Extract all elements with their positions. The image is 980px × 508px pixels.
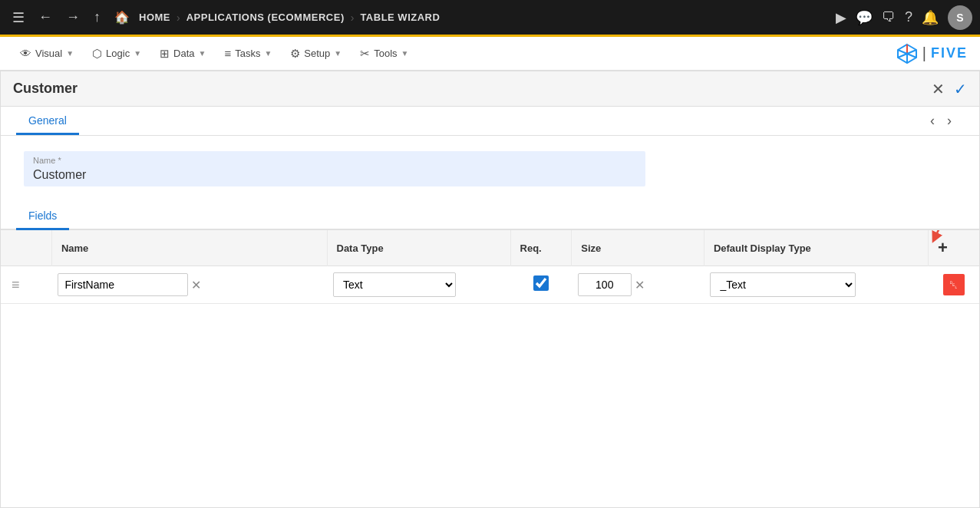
five-brand-container: | FIVE xyxy=(896,43,968,64)
nav-data[interactable]: ⊞ Data ▼ xyxy=(152,42,213,65)
size-input[interactable] xyxy=(578,273,632,296)
prev-nav-btn[interactable]: ‹ xyxy=(926,110,939,132)
help-icon[interactable]: ? xyxy=(905,9,912,25)
next-nav-btn[interactable]: › xyxy=(942,110,956,132)
panel-title: Customer xyxy=(13,81,78,97)
fields-table: Name Data Type Req. Size Default Display… xyxy=(1,230,979,304)
main-content: Customer ✕ ✓ General ‹ › Name * Fields xyxy=(0,71,980,508)
table-row: ≡ ✕ TextIntegerDecimalDateBooleanFloat ✕… xyxy=(1,266,979,304)
nav-tasks[interactable]: ≡ Tasks ▼ xyxy=(216,42,279,64)
nav-visual-label: Visual xyxy=(35,48,62,59)
nav-tasks-label: Tasks xyxy=(235,48,260,59)
col-datatype-header: Data Type xyxy=(327,230,510,266)
col-actions-header: + xyxy=(929,230,979,266)
user-avatar[interactable]: S xyxy=(948,5,972,30)
tools-icon: ✂ xyxy=(360,47,370,61)
logic-arrow: ▼ xyxy=(134,49,141,58)
back-icon[interactable]: ← xyxy=(34,6,57,28)
field-name-input[interactable] xyxy=(58,273,188,296)
brand-logo: | FIVE xyxy=(896,43,968,64)
size-cell: ✕ xyxy=(578,273,698,296)
data-icon: ⊞ xyxy=(160,47,170,61)
col-name-header: Name xyxy=(51,230,327,266)
five-logo-svg xyxy=(896,43,918,64)
message-icon[interactable]: 🗨 xyxy=(882,9,896,25)
table-header: Name Data Type Req. Size Default Display… xyxy=(1,230,979,266)
visual-icon: 👁 xyxy=(20,47,31,60)
name-input[interactable] xyxy=(24,151,645,186)
name-field: Name * xyxy=(24,151,956,186)
up-icon[interactable]: ↑ xyxy=(89,6,105,28)
home-label[interactable]: HOME xyxy=(139,12,170,23)
panel-header: Customer ✕ ✓ xyxy=(1,71,979,107)
nav-logic-label: Logic xyxy=(106,48,130,59)
customer-panel: Customer ✕ ✓ General ‹ › Name * Fields xyxy=(0,71,980,508)
col-display-header: Default Display Type xyxy=(704,230,928,266)
tab-general[interactable]: General xyxy=(16,107,79,135)
separator-1: › xyxy=(177,12,180,24)
name-input-cell: ✕ xyxy=(58,273,321,296)
setup-icon: ⚙ xyxy=(290,47,300,61)
play-icon[interactable]: ▶ xyxy=(836,9,846,26)
clear-name-icon[interactable]: ✕ xyxy=(191,278,201,292)
menu-icon[interactable]: ☰ xyxy=(8,6,29,29)
display-type-select[interactable]: _Text_Number_Date_Checkbox_TextArea xyxy=(710,272,856,297)
nav-visual[interactable]: 👁 Visual ▼ xyxy=(12,42,81,64)
top-nav-right: ▶ 💬 🗨 ? 🔔 S xyxy=(836,5,972,30)
setup-arrow: ▼ xyxy=(334,49,342,58)
tools-arrow: ▼ xyxy=(401,49,409,58)
nav-setup[interactable]: ⚙ Setup ▼ xyxy=(282,42,349,65)
svg-line-2 xyxy=(907,50,916,54)
svg-line-5 xyxy=(898,54,907,58)
data-arrow: ▼ xyxy=(199,49,206,58)
col-size-header: Size xyxy=(572,230,704,266)
visual-arrow: ▼ xyxy=(66,49,74,58)
chat-icon[interactable]: 💬 xyxy=(856,9,873,26)
col-drag-header xyxy=(1,230,51,266)
panel-header-actions: ✕ ✓ xyxy=(932,80,967,98)
svg-line-8 xyxy=(935,230,944,238)
nav-data-label: Data xyxy=(173,48,194,59)
home-icon: 🏠 xyxy=(110,7,134,28)
second-nav-bar: 👁 Visual ▼ ⬡ Logic ▼ ⊞ Data ▼ ≡ Tasks ▼ … xyxy=(0,37,980,71)
clear-size-icon[interactable]: ✕ xyxy=(635,278,645,292)
fields-tab-row: Fields xyxy=(1,202,979,230)
tasks-arrow: ▼ xyxy=(264,49,272,58)
app-label[interactable]: APPLICATIONS (ECOMMERCE) xyxy=(186,12,345,23)
row-actions: ␡ xyxy=(935,274,973,295)
nav-setup-label: Setup xyxy=(304,48,330,59)
brand-separator: | xyxy=(922,45,926,62)
fields-section: Name Data Type Req. Size Default Display… xyxy=(1,230,979,507)
required-checkbox[interactable] xyxy=(533,275,549,291)
nav-logic[interactable]: ⬡ Logic ▼ xyxy=(84,42,149,65)
form-area: Name * xyxy=(1,136,979,202)
add-row-button[interactable]: + xyxy=(938,238,948,258)
logic-icon: ⬡ xyxy=(92,47,102,61)
col-req-header: Req. xyxy=(510,230,572,266)
wizard-label[interactable]: TABLE WIZARD xyxy=(360,12,440,23)
nav-tools-label: Tools xyxy=(374,48,397,59)
top-nav-bar: ☰ ← → ↑ 🏠 HOME › APPLICATIONS (ECOMMERCE… xyxy=(0,0,980,37)
svg-line-3 xyxy=(898,50,907,54)
nav-tools[interactable]: ✂ Tools ▼ xyxy=(352,42,416,65)
svg-line-4 xyxy=(907,54,916,58)
separator-2: › xyxy=(351,12,355,24)
datatype-cell: TextIntegerDecimalDateBooleanFloat xyxy=(333,272,504,297)
confirm-button[interactable]: ✓ xyxy=(954,80,967,98)
brand-text: FIVE xyxy=(931,45,968,61)
name-label: Name * xyxy=(33,156,61,165)
datatype-select[interactable]: TextIntegerDecimalDateBooleanFloat xyxy=(333,272,456,297)
delete-row-button[interactable]: ␡ xyxy=(943,274,965,295)
close-button[interactable]: ✕ xyxy=(932,80,945,98)
tab-fields[interactable]: Fields xyxy=(16,202,69,230)
table-body: ≡ ✕ TextIntegerDecimalDateBooleanFloat ✕… xyxy=(1,266,979,304)
bell-icon[interactable]: 🔔 xyxy=(922,9,939,26)
drag-handle[interactable]: ≡ xyxy=(7,277,25,292)
forward-icon[interactable]: → xyxy=(61,6,84,28)
tasks-icon: ≡ xyxy=(224,47,231,60)
